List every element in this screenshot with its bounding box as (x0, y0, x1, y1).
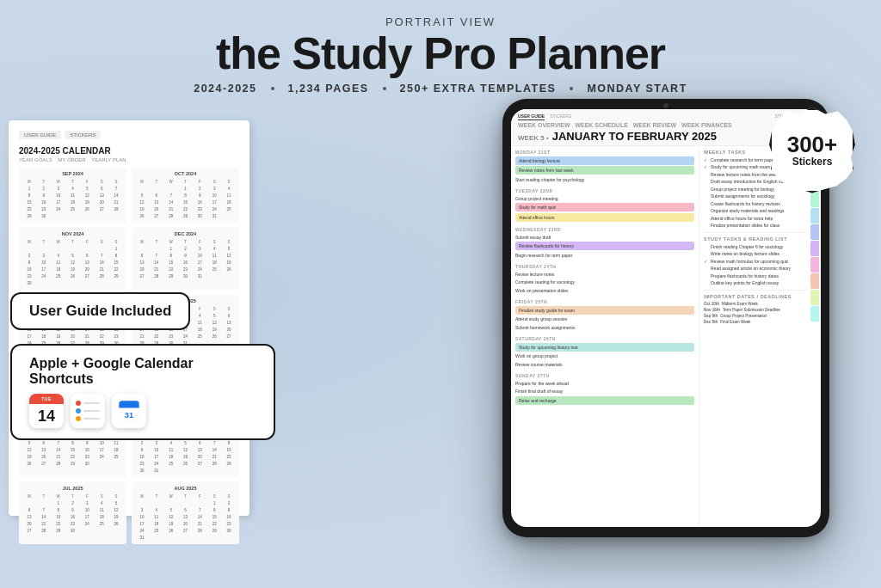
week-title-row: WEEK 5 • JANUARY TO FEBRUARY 2025 (518, 130, 804, 143)
study-task-5: Outline key points for English essay (704, 280, 806, 286)
cal-page-tabs: USER GUIDE STICKERS (19, 131, 239, 139)
task-2-2: Begin research for term paper (515, 252, 694, 259)
dot-3 (570, 87, 573, 90)
weekly-task-text-0: Complete research for term paper (711, 157, 775, 163)
day-label-5: SATURDAY 26TH (515, 336, 694, 341)
sticker-blob: 300+ Stickers (769, 107, 855, 193)
stickers-tab: STICKERS (65, 131, 101, 139)
important-dates-list: Oct 10thMidterm Exam WeekNov 16thTerm Pa… (704, 302, 806, 324)
page-header: PORTRAIT VIEW the Study Pro Planner 2024… (0, 0, 881, 95)
planner-nav-tabs: USER GUIDE STICKERS STUDY INDEX (518, 113, 804, 120)
day-block-6: SUNDAY 27THPrepare for the week aheadFin… (515, 373, 694, 405)
task-0-2: Start reading chapter for psychology (515, 176, 694, 183)
task-1-0: Group project meeting (515, 195, 694, 202)
study-task-text-3: Read assigned article on economic theory (711, 266, 791, 272)
study-task-1: Write notes on biology lecture slides (704, 251, 806, 257)
cal-day: TUE (41, 396, 52, 401)
divider-2 (704, 290, 806, 291)
main-title: the Study Pro Planner (0, 30, 881, 77)
planner-body: MONDAY 21STAttend biology lectureReview … (511, 146, 810, 527)
task-3-0: Revise lecture notes (515, 271, 694, 278)
content-area: USER GUIDE STICKERS 2024-2025 CALENDAR Y… (0, 103, 881, 550)
cal-header-red: TUE (29, 394, 64, 404)
week-number: WEEK 5 • (518, 134, 549, 142)
date-item-1: Nov 16thTerm Paper Submission Deadline (704, 308, 806, 312)
portrait-label: PORTRAIT VIEW (0, 15, 881, 28)
day-block-4: FRIDAY 25THFinalize study guide for exam… (515, 299, 694, 331)
task-5-2: Review course materials (515, 361, 694, 368)
day-block-0: MONDAY 21STAttend biology lectureReview … (515, 150, 694, 183)
reminder-line-1 (83, 402, 100, 404)
mini-month-10: JUL 2025MTWTFSS1234567891011121314151617… (19, 482, 126, 544)
weekly-task-5: Submit assignments for sociology (704, 193, 806, 199)
weekly-task-text-4: Group project meeting for biology (711, 187, 774, 193)
reminder-row-3 (76, 416, 100, 421)
weekly-task-text-6: Create flashcards for history revision (711, 201, 780, 207)
reminder-line-3 (83, 418, 100, 420)
nav-tab-stickers[interactable]: STICKERS (550, 113, 571, 120)
user-guide-badge: User Guide Included (10, 292, 190, 330)
tab-strip-item-11[interactable] (810, 306, 819, 322)
study-task-text-5: Outline key points for English essay (711, 280, 779, 286)
task-0-1: Review notes from last week (515, 166, 694, 175)
task-5-0: Study for upcoming history test (515, 343, 694, 352)
day-label-3: THURSDAY 24TH (515, 264, 694, 269)
weekly-task-7: Organize study materials and readings (704, 208, 806, 214)
day-block-3: THURSDAY 24THRevise lecture notesComplet… (515, 264, 694, 294)
task-6-1: Finish final draft of essay (515, 388, 694, 395)
dot-1 (271, 87, 274, 90)
tasks-column: WEEKLY TASKS ✓Complete research for term… (699, 146, 810, 527)
svg-text:31: 31 (125, 411, 133, 420)
mini-month-0: SEP 2024MTWTFSS1234567891011121314151617… (19, 168, 126, 223)
calendar-title: 2024-2025 CALENDAR (19, 146, 239, 156)
cal-date: 14 (29, 404, 64, 428)
weekly-task-9: Finalize presentation slides for class (704, 223, 806, 229)
nav-tab-user-guide[interactable]: USER GUIDE (518, 113, 545, 120)
red-dot (76, 401, 81, 406)
year-label: 2024-2025 (194, 83, 256, 95)
task-2-1: Review flashcards for history (515, 242, 694, 250)
tab-strip-item-4[interactable] (810, 192, 819, 207)
stickers-badge: 300+ Stickers (769, 107, 855, 193)
check-0: ✓ (704, 157, 709, 162)
dot-2 (383, 87, 386, 90)
tab-strip-item-6[interactable] (810, 224, 819, 240)
day-label-4: FRIDAY 25TH (515, 299, 694, 304)
tab-strip-item-8[interactable] (810, 257, 819, 273)
weekly-task-text-8: Attend office hours for extra help (711, 216, 773, 222)
day-label-6: SUNDAY 27TH (515, 373, 694, 378)
day-block-5: SATURDAY 26THStudy for upcoming history … (515, 336, 694, 368)
date-desc-3: Final Exam Week (720, 320, 750, 324)
important-dates-header: IMPORTANT DATES / DEADLINES (704, 294, 806, 299)
tab-strip-item-9[interactable] (810, 273, 819, 289)
subtitle-bar: 2024-2025 1,234 PAGES 250+ EXTRA TEMPLAT… (0, 83, 881, 95)
left-panel: USER GUIDE STICKERS 2024-2025 CALENDAR Y… (0, 103, 275, 533)
task-2-0: Submit essay draft (515, 234, 694, 241)
task-4-0: Finalize study guide for exam (515, 306, 694, 315)
day-label-1: TUESDAY 22ND (515, 188, 694, 193)
planner-header: USER GUIDE STICKERS STUDY INDEX WEEK OVE… (511, 109, 810, 146)
tab-strip-item-10[interactable] (810, 290, 819, 305)
sticker-label: Stickers (792, 156, 833, 168)
task-3-1: Complete reading for sociology (515, 279, 694, 285)
study-tasks-header: STUDY TASKS & READING LIST (704, 236, 806, 242)
mini-month-3: DEC 2024MTWTFSS1234567891011121314151617… (132, 228, 239, 290)
calendar-shortcuts-badge: Apple + Google Calendar Shortcuts TUE 14 (10, 344, 275, 440)
reminders-icon (71, 394, 105, 428)
blue-dot (76, 408, 81, 413)
date-label-2: Sep 9th (704, 314, 718, 318)
tab-strip-item-7[interactable] (810, 241, 819, 256)
days-column: MONDAY 21STAttend biology lectureReview … (511, 146, 699, 527)
weekly-task-text-1: Study for upcoming math exam (711, 164, 770, 170)
reminder-row-1 (76, 401, 100, 406)
user-guide-text: User Guide Included (29, 303, 171, 319)
study-task-3: Read assigned article on economic theory (704, 266, 806, 272)
apple-calendar-icon: TUE 14 (29, 394, 64, 428)
task-1-1: Study for math quiz (515, 203, 694, 211)
task-4-2: Submit homework assignments (515, 324, 694, 331)
check-1: ✓ (704, 164, 709, 169)
tab-strip-item-5[interactable] (810, 208, 819, 224)
mini-month-2: NOV 2024MTWTFSS1234567891011121314151617… (19, 228, 126, 290)
study-task-2: ✓Review math formulas for upcoming quiz (704, 259, 806, 265)
day-block-2: WEDNESDAY 23RDSubmit essay draftReview f… (515, 227, 694, 259)
